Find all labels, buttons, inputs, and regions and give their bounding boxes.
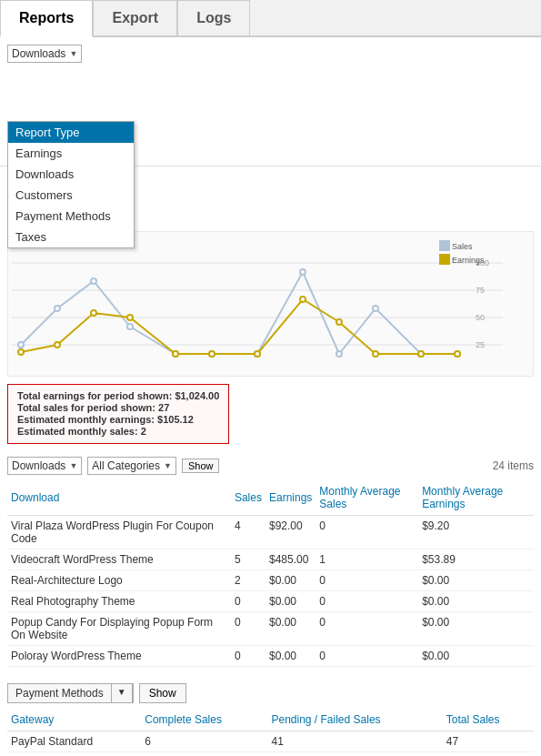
monthly-earnings-value: $105.12: [157, 414, 194, 425]
downloads-type-select[interactable]: Downloads ▼: [7, 457, 82, 475]
table-row: Popup Candy For Displaying Popup Form On…: [7, 612, 534, 646]
cell-earnings: $0.00: [265, 646, 316, 667]
stats-box: Total earnings for period shown: $1,024.…: [7, 384, 229, 444]
cell-avg-sales: 0: [316, 646, 418, 667]
svg-point-11: [127, 324, 133, 329]
menu-item-payment-methods[interactable]: Payment Methods: [8, 206, 134, 227]
cell-sales: 0: [231, 612, 265, 646]
cell-avg-earnings: $0.00: [418, 591, 534, 612]
svg-point-20: [18, 349, 24, 355]
svg-point-17: [373, 306, 378, 311]
cell-gateway: Test Payment: [7, 752, 141, 757]
svg-point-9: [55, 306, 60, 311]
monthly-sales-row: Estimated monthly sales: 2: [17, 426, 219, 437]
svg-point-25: [209, 351, 215, 357]
menu-item-customers[interactable]: Customers: [8, 185, 134, 206]
svg-text:75: 75: [476, 286, 485, 295]
svg-point-28: [336, 319, 342, 325]
svg-point-22: [91, 310, 96, 316]
cell-avg-earnings: $0.00: [418, 612, 534, 646]
cell-sales: 2: [231, 570, 265, 591]
col-earnings: Earnings: [265, 480, 316, 516]
monthly-earnings-label: Estimated monthly earnings:: [17, 414, 155, 425]
payment-method-label: Payment Methods: [8, 684, 112, 702]
table-row: Viral Plaza WordPress Plugin For Coupon …: [7, 516, 534, 549]
total-earnings-label: Total earnings for period shown:: [17, 390, 172, 401]
col-download: Download: [7, 480, 231, 516]
tab-reports[interactable]: Reports: [0, 0, 93, 37]
total-sales-value: 27: [158, 402, 169, 413]
svg-rect-34: [439, 254, 450, 265]
cell-earnings: $485.00: [265, 549, 316, 570]
col-avg-earnings: Monthly Average Earnings: [418, 480, 534, 516]
cell-sales: 4: [231, 516, 265, 549]
table-row: Real Photography Theme 0 $0.00 0 $0.00: [7, 591, 534, 612]
cell-avg-sales: 1: [316, 549, 418, 570]
total-sales-row: Total sales for period shown: 27: [17, 402, 219, 413]
cell-avg-earnings: $9.20: [418, 516, 534, 549]
downloads-table: Download Sales Earnings Monthly Average …: [7, 480, 534, 667]
col-avg-sales: Monthly Average Sales: [316, 480, 418, 516]
cell-download: Videocraft WordPress Theme: [7, 549, 231, 570]
tabs-bar: Reports Export Logs: [0, 0, 541, 37]
menu-item-taxes[interactable]: Taxes: [8, 227, 134, 247]
table-row: Videocraft WordPress Theme 5 $485.00 1 $…: [7, 549, 534, 570]
svg-text:Sales: Sales: [452, 242, 473, 251]
monthly-sales-value: 2: [141, 426, 146, 437]
cell-pending: 41: [267, 731, 442, 752]
svg-point-10: [91, 278, 96, 284]
gateway-table: Gateway Complete Sales Pending / Failed …: [7, 709, 534, 756]
menu-item-report-type[interactable]: Report Type: [8, 122, 134, 143]
cell-earnings: $0.00: [265, 612, 316, 646]
dropdown-arrow-icon: ▼: [69, 49, 77, 58]
report-type-menu: Report Type Earnings Downloads Customers…: [7, 121, 135, 248]
svg-point-8: [18, 342, 24, 348]
gw-col-gateway: Gateway: [7, 709, 141, 731]
svg-point-21: [55, 342, 60, 348]
cell-pending: 0: [267, 752, 442, 757]
gw-col-pending: Pending / Failed Sales: [267, 709, 442, 731]
cell-complete: 6: [141, 731, 267, 752]
chart-container: 100 75 50 25: [7, 231, 534, 377]
svg-point-26: [255, 351, 260, 357]
svg-point-23: [127, 315, 133, 320]
downloads-show-button[interactable]: Show: [182, 459, 220, 473]
svg-text:Earnings: Earnings: [452, 256, 485, 265]
total-sales-label: Total sales for period shown:: [17, 402, 155, 413]
menu-item-downloads[interactable]: Downloads: [8, 164, 134, 185]
monthly-sales-label: Estimated monthly sales:: [17, 426, 138, 437]
report-type-select[interactable]: Downloads ▼: [7, 45, 82, 63]
category-arrow: ▼: [164, 461, 172, 470]
cell-sales: 0: [231, 646, 265, 667]
payment-show-button[interactable]: Show: [139, 683, 186, 703]
gw-col-complete: Complete Sales: [141, 709, 267, 731]
col-sales: Sales: [231, 480, 265, 516]
cell-sales: 0: [231, 591, 265, 612]
tab-export[interactable]: Export: [93, 0, 177, 35]
report-type-value: Downloads: [12, 47, 65, 60]
cell-gateway: PayPal Standard: [7, 731, 141, 752]
cell-sales: 5: [231, 549, 265, 570]
cell-download: Popup Candy For Displaying Popup Form On…: [7, 612, 231, 646]
svg-text:50: 50: [476, 313, 485, 322]
cell-download: Poloray WordPress Theme: [7, 646, 231, 667]
cell-avg-sales: 0: [316, 516, 418, 549]
tab-logs[interactable]: Logs: [177, 0, 250, 35]
report-type-row: Downloads ▼: [0, 37, 541, 70]
cell-complete: 56: [141, 752, 267, 757]
cell-download: Viral Plaza WordPress Plugin For Coupon …: [7, 516, 231, 549]
payment-controls: Payment Methods ▼ Show: [7, 683, 534, 703]
table-row: Poloray WordPress Theme 0 $0.00 0 $0.00: [7, 646, 534, 667]
menu-item-earnings[interactable]: Earnings: [8, 143, 134, 164]
payment-method-select[interactable]: Payment Methods ▼: [7, 683, 134, 703]
cell-avg-sales: 0: [316, 612, 418, 646]
downloads-type-value: Downloads: [12, 459, 65, 472]
downloads-type-arrow: ▼: [69, 461, 77, 470]
downloads-section: Downloads ▼ All Categories ▼ Show 24 ite…: [0, 453, 541, 670]
payment-arrow-icon[interactable]: ▼: [112, 684, 133, 702]
earnings-chart: 100 75 50 25: [12, 236, 503, 372]
gw-col-total: Total Sales: [443, 709, 534, 731]
svg-point-30: [418, 351, 424, 357]
category-select[interactable]: All Categories ▼: [87, 457, 176, 475]
category-value: All Categories: [92, 459, 160, 472]
